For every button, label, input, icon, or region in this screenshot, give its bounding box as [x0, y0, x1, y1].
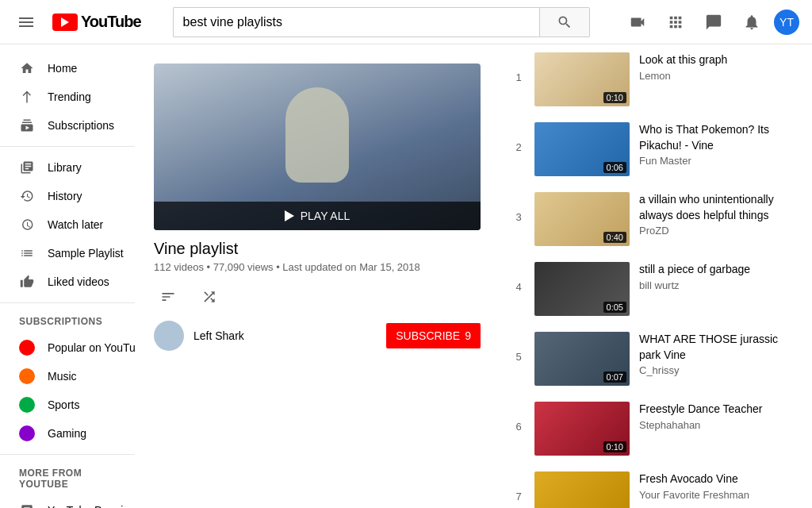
sidebar-item-music[interactable]: Music — [0, 362, 135, 391]
sidebar-label-trending: Trending — [48, 90, 91, 103]
video-thumbnail: 0:40 — [534, 192, 630, 246]
video-number: 2 — [512, 122, 525, 153]
video-duration: 0:07 — [603, 371, 626, 383]
music-icon — [19, 368, 35, 384]
more-section-label: MORE FROM YOUTUBE — [0, 461, 135, 496]
video-item[interactable]: 4 0:05 still a piece of garbage bill wur… — [512, 254, 799, 324]
video-thumbnail: 0:07 — [534, 471, 630, 508]
video-item[interactable]: 1 0:10 Look at this graph Lemon — [512, 44, 799, 114]
sidebar-item-gaming[interactable]: Gaming — [0, 419, 135, 448]
apps-grid-button[interactable] — [660, 6, 691, 38]
video-info: Look at this graph Lemon — [639, 52, 799, 82]
video-camera-button[interactable] — [622, 6, 653, 38]
sidebar-label-liked-videos: Liked videos — [48, 275, 109, 288]
video-title: Freestyle Dance Teacher — [639, 402, 799, 418]
library-icon — [19, 160, 35, 175]
bell-button[interactable] — [736, 6, 768, 38]
channel-name: Left Shark — [193, 329, 244, 342]
shuffle-button[interactable] — [195, 283, 224, 311]
sidebar-label-music: Music — [48, 370, 77, 383]
sidebar-item-sports[interactable]: Sports — [0, 391, 135, 419]
video-number: 3 — [512, 192, 525, 223]
chat-button[interactable] — [698, 6, 730, 38]
video-item[interactable]: 5 0:07 WHAT ARE THOSE jurassic park Vine… — [512, 324, 799, 394]
sidebar-item-sample-playlist[interactable]: Sample Playlist — [0, 239, 135, 267]
avatar[interactable]: YT — [774, 10, 799, 35]
video-channel: Stephahahan — [639, 419, 799, 431]
header: YouTube YT — [0, 0, 812, 44]
sidebar-label-gaming: Gaming — [48, 427, 86, 440]
search-input[interactable] — [173, 7, 539, 37]
search-button[interactable] — [539, 7, 590, 37]
search-bar — [173, 7, 590, 37]
hamburger-button[interactable] — [13, 9, 40, 36]
sidebar-item-watch-later[interactable]: Watch later — [0, 210, 135, 239]
video-channel: Fun Master — [639, 155, 799, 167]
sidebar-label-youtube-premium: YouTube Premium — [48, 504, 135, 508]
video-item[interactable]: 3 0:40 a villain who unintentionally alw… — [512, 184, 799, 254]
home-icon — [19, 60, 35, 76]
video-channel: C_hrissy — [639, 364, 799, 376]
video-number: 5 — [512, 332, 525, 363]
apps-grid-icon — [667, 13, 684, 31]
history-icon — [19, 188, 35, 204]
watch-later-icon — [19, 217, 35, 233]
subscribe-button[interactable]: SUBSCRIBE 9 — [386, 323, 481, 348]
video-list: 1 0:10 Look at this graph Lemon 2 0:06 W… — [500, 44, 812, 508]
sidebar-item-library[interactable]: Library — [0, 153, 135, 182]
channel-avatar[interactable] — [154, 321, 184, 351]
sidebar-label-popular: Popular on YouTu... — [48, 341, 135, 354]
video-duration: 0:10 — [603, 441, 626, 452]
sidebar-item-subscriptions[interactable]: Subscriptions — [0, 111, 135, 140]
sidebar-divider-3 — [0, 454, 135, 455]
video-items-container: 1 0:10 Look at this graph Lemon 2 0:06 W… — [512, 44, 799, 508]
video-item[interactable]: 2 0:06 Who is That Pokemon? Its Pikachu!… — [512, 114, 799, 184]
play-all-button[interactable]: PLAY ALL — [154, 202, 481, 230]
playlist-icon — [19, 245, 35, 261]
sports-icon — [19, 397, 35, 413]
sidebar-divider-1 — [0, 146, 135, 147]
chat-icon — [705, 13, 722, 31]
video-thumbnail: 0:10 — [534, 52, 630, 106]
playlist-actions — [154, 283, 481, 311]
sidebar-item-trending[interactable]: Trending — [0, 83, 135, 111]
video-title: Fresh Avocado Vine — [639, 471, 799, 487]
subscribe-label: SUBSCRIBE — [396, 329, 460, 342]
sidebar-label-history: History — [48, 190, 82, 202]
sidebar-item-home[interactable]: Home — [0, 54, 135, 83]
video-channel: Lemon — [639, 70, 799, 82]
layout: Home Trending Subscriptions Library His — [0, 44, 812, 508]
video-title: Look at this graph — [639, 52, 799, 68]
play-icon — [285, 210, 294, 221]
video-title: WHAT ARE THOSE jurassic park Vine — [639, 332, 799, 363]
liked-videos-icon — [19, 274, 35, 290]
video-channel: Your Favorite Freshman — [639, 489, 799, 501]
sidebar-label-sample-playlist: Sample Playlist — [48, 247, 124, 260]
youtube-logo-icon — [52, 13, 78, 31]
video-channel: ProZD — [639, 225, 799, 237]
sidebar-item-liked-videos[interactable]: Liked videos — [0, 267, 135, 296]
sort-button[interactable] — [154, 283, 182, 311]
sidebar-item-history[interactable]: History — [0, 182, 135, 210]
video-thumbnail: 0:06 — [534, 122, 630, 176]
video-thumbnail: 0:05 — [534, 262, 630, 316]
logo[interactable]: YouTube — [52, 13, 141, 31]
video-info: Fresh Avocado Vine Your Favorite Freshma… — [639, 471, 799, 501]
sidebar-item-youtube-premium[interactable]: YouTube Premium — [0, 496, 135, 508]
sidebar-item-popular[interactable]: Popular on YouTu... — [0, 333, 135, 362]
subscriptions-icon — [19, 117, 35, 133]
video-item[interactable]: 7 0:07 Fresh Avocado Vine Your Favorite … — [512, 464, 799, 508]
popular-icon — [19, 340, 35, 356]
video-info: Freestyle Dance Teacher Stephahahan — [639, 402, 799, 431]
playlist-thumbnail[interactable]: PLAY ALL — [154, 64, 481, 230]
subscriptions-section-label: SUBSCRIPTIONS — [0, 310, 135, 333]
sidebar: Home Trending Subscriptions Library His — [0, 44, 135, 508]
video-info: a villain who unintentionally always doe… — [639, 192, 799, 237]
video-info: WHAT ARE THOSE jurassic park Vine C_hris… — [639, 332, 799, 376]
logo-text: YouTube — [81, 13, 141, 31]
sort-icon — [160, 289, 176, 305]
sidebar-label-home: Home — [48, 62, 77, 75]
video-duration: 0:05 — [603, 302, 626, 313]
trending-icon — [19, 89, 35, 105]
video-item[interactable]: 6 0:10 Freestyle Dance Teacher Stephahah… — [512, 394, 799, 464]
